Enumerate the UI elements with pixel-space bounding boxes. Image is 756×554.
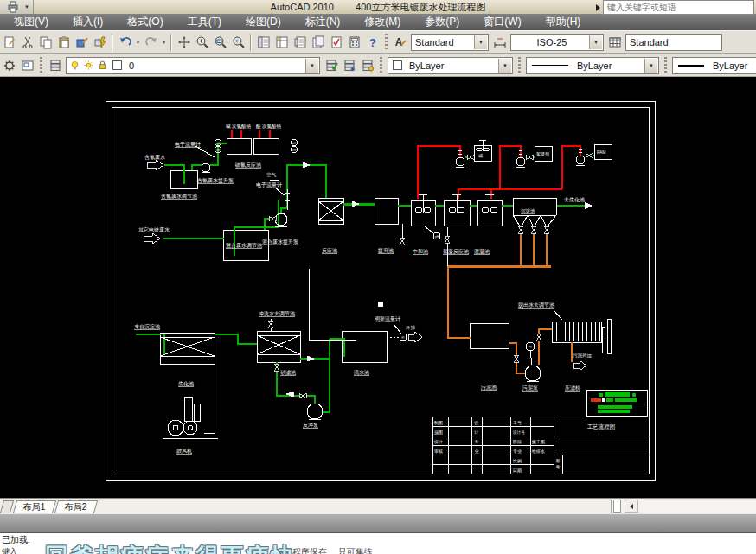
text-style-icon[interactable]: A bbox=[391, 33, 409, 51]
viewport-icon[interactable] bbox=[18, 56, 36, 74]
menu-item-3[interactable]: 格式(O) bbox=[115, 14, 175, 30]
menu-item-7[interactable]: 修改(M) bbox=[352, 14, 413, 30]
agitator-impeller bbox=[482, 208, 489, 213]
sun-icon[interactable] bbox=[82, 60, 94, 72]
layercur-icon[interactable] bbox=[322, 56, 340, 74]
toolbar-grip[interactable] bbox=[380, 57, 382, 74]
diagram-label: 絮凝反应池 bbox=[443, 248, 469, 255]
model-tab-partial[interactable] bbox=[0, 500, 14, 513]
undo-icon[interactable] bbox=[116, 33, 134, 51]
menu-item-9[interactable]: 窗口(W) bbox=[471, 14, 533, 30]
chevron-down-icon[interactable]: ▼ bbox=[134, 33, 142, 51]
toolbar-grip[interactable] bbox=[664, 57, 667, 74]
infocenter bbox=[596, 0, 754, 15]
lock-icon[interactable] bbox=[96, 60, 108, 72]
palettes-icon[interactable] bbox=[291, 33, 309, 51]
copy-icon[interactable] bbox=[36, 33, 54, 51]
search-input[interactable] bbox=[603, 0, 754, 15]
zoomwin-icon[interactable] bbox=[211, 33, 229, 51]
dcenter-icon[interactable] bbox=[272, 33, 291, 51]
matchprop-icon[interactable] bbox=[73, 33, 91, 51]
diagram-pipe bbox=[530, 351, 532, 365]
linetype-combo[interactable]: ByLayer ▼ bbox=[526, 57, 659, 74]
block-icon[interactable] bbox=[91, 33, 109, 51]
horizontal-scrollbar[interactable] bbox=[611, 500, 756, 513]
layout-tab-1[interactable]: 布局1 bbox=[13, 500, 56, 513]
command-line-area[interactable]: 已加载. 键入 实用程序保存。 只可集练 回爹胡疲症来得更疲快 bbox=[0, 533, 756, 554]
diagram-circle bbox=[275, 213, 287, 226]
chevron-down-icon[interactable]: ▼ bbox=[644, 59, 657, 73]
props-icon[interactable] bbox=[254, 33, 272, 51]
text-style-value: Standard bbox=[412, 37, 474, 48]
zoomprev-icon[interactable] bbox=[229, 33, 247, 51]
diagram-pipe bbox=[287, 165, 326, 207]
menu-item-6[interactable]: 标注(N) bbox=[293, 14, 353, 30]
pan-icon[interactable] bbox=[175, 33, 193, 51]
diagram-pipe bbox=[562, 146, 580, 189]
layerstate-icon[interactable] bbox=[358, 56, 376, 74]
diagram-label: 次氯酸钠 bbox=[232, 124, 252, 130]
diagram-circle bbox=[516, 157, 525, 166]
sheetset-icon[interactable] bbox=[309, 33, 327, 51]
dim-style-icon[interactable] bbox=[490, 33, 509, 51]
layer-combo[interactable]: 0 ▼ bbox=[66, 57, 320, 74]
diagram-label: 去生化池 bbox=[564, 197, 585, 203]
cut-icon[interactable] bbox=[18, 33, 36, 51]
diagram-pipe bbox=[448, 266, 471, 338]
toolbar-grip[interactable] bbox=[40, 57, 42, 74]
gear-icon[interactable] bbox=[0, 56, 18, 74]
diagram-label: 空气 bbox=[266, 172, 277, 177]
chevron-down-icon[interactable]: ▼ bbox=[474, 35, 487, 49]
zoom-icon[interactable] bbox=[193, 33, 211, 51]
search-arrow-icon[interactable] bbox=[596, 4, 600, 11]
menu-item-1[interactable]: 视图(V) bbox=[2, 14, 61, 30]
chevron-down-icon[interactable]: ▼ bbox=[305, 59, 318, 73]
agitator-impeller bbox=[477, 148, 483, 151]
text-style-combo[interactable]: Standard ▼ bbox=[411, 34, 489, 51]
diagram-label: 污泥池 bbox=[480, 384, 497, 391]
drawing-canvas[interactable]: 含氰废水电子流量计含氰废水提升泵含氰废水调节池碱次氯酸钠酸次氯酸钠破氰反应池空气… bbox=[0, 77, 756, 498]
diagram-label: 含氰废水 bbox=[144, 154, 165, 161]
menu-item-8[interactable]: 参数(P) bbox=[413, 14, 471, 30]
diagram-label: 外排 bbox=[406, 325, 416, 330]
toolbar-grip[interactable] bbox=[385, 34, 388, 51]
layerprev-icon[interactable] bbox=[340, 56, 358, 74]
stream-arrow bbox=[147, 160, 163, 170]
color-combo[interactable]: ByLayer ▼ bbox=[388, 57, 513, 74]
valve-symbol bbox=[400, 238, 405, 245]
table-style-icon[interactable] bbox=[605, 33, 624, 51]
diagram-label: pH bbox=[292, 142, 296, 145]
valve-symbol bbox=[268, 321, 273, 328]
menu-item-2[interactable]: 插入(I) bbox=[61, 14, 115, 30]
chevron-down-icon[interactable]: ▼ bbox=[160, 33, 168, 51]
menu-item-5[interactable]: 绘图(D) bbox=[234, 14, 293, 30]
layers-icon[interactable] bbox=[46, 56, 64, 74]
table-style-value: Standard bbox=[626, 37, 721, 48]
drawing-area[interactable]: 含氰废水电子流量计含氰废水提升泵含氰废水调节池碱次氯酸钠酸次氯酸钠破氰反应池空气… bbox=[0, 77, 756, 498]
lineweight-combo[interactable]: ByLayer bbox=[672, 57, 756, 74]
chevron-down-icon[interactable]: ▼ bbox=[498, 59, 511, 73]
bulb-icon[interactable] bbox=[68, 60, 80, 72]
redo-icon[interactable] bbox=[142, 33, 160, 51]
menu-item-4[interactable]: 工具(T) bbox=[176, 14, 234, 30]
dim-style-combo[interactable]: ISO-25 ▼ bbox=[510, 34, 604, 51]
markup-icon[interactable] bbox=[327, 33, 345, 51]
diagram-label: 工艺流程图 bbox=[587, 423, 616, 430]
toolbar-grip[interactable] bbox=[518, 57, 521, 74]
diagram-label: 中和池 bbox=[413, 248, 428, 255]
chevron-down-icon[interactable]: ▼ bbox=[589, 35, 602, 49]
scroll-left-button[interactable] bbox=[625, 500, 638, 513]
diagram-bar bbox=[615, 398, 637, 402]
table-style-combo[interactable]: Standard bbox=[625, 34, 722, 51]
publish-icon[interactable] bbox=[0, 33, 18, 51]
paste-icon[interactable] bbox=[54, 33, 73, 51]
calc-icon[interactable] bbox=[345, 33, 363, 51]
valve-symbol bbox=[518, 226, 523, 233]
layout-tab-2[interactable]: 布局2 bbox=[54, 500, 97, 513]
scrollbar-thumb[interactable] bbox=[613, 500, 621, 513]
command-window-splitter[interactable] bbox=[0, 513, 756, 533]
diagram-label: 鼓风机 bbox=[176, 449, 192, 454]
menu-item-10[interactable]: 帮助(H) bbox=[534, 14, 593, 30]
diagram-label: 制图 bbox=[434, 420, 443, 426]
help-icon[interactable]: ? bbox=[363, 33, 381, 51]
